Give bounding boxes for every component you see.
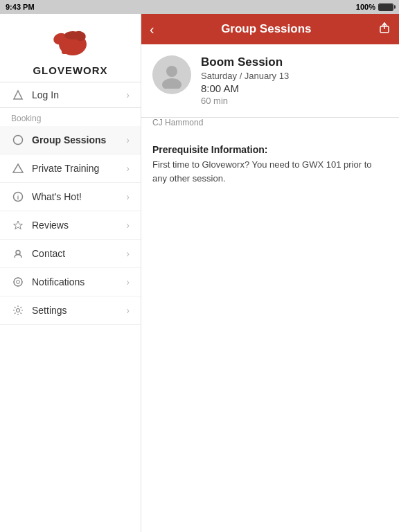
battery-icon (378, 3, 393, 11)
reviews-chevron: › (126, 220, 130, 231)
login-chevron: › (126, 89, 130, 100)
reviews-icon (11, 218, 25, 232)
svg-point-11 (16, 251, 20, 255)
session-avatar (152, 55, 191, 94)
sidebar-item-label-reviews: Reviews (32, 220, 126, 231)
group-sessions-icon (11, 133, 25, 147)
battery-fill (379, 4, 393, 10)
session-title: Boom Session (201, 55, 388, 69)
settings-icon (11, 303, 25, 317)
share-button[interactable] (373, 19, 391, 39)
sidebar-item-contact[interactable]: Contact › (0, 240, 141, 268)
group-sessions-chevron: › (126, 134, 130, 145)
login-item[interactable]: Log In › (0, 82, 141, 108)
login-label: Log In (32, 89, 126, 100)
private-training-chevron: › (126, 163, 130, 174)
nav-bar: ‹ Group Sessions (141, 14, 399, 44)
svg-point-21 (166, 66, 177, 77)
sidebar-item-label-private-training: Private Training (32, 163, 126, 174)
booking-section-label: Booking (0, 108, 141, 126)
sidebar-item-label-contact: Contact (32, 248, 126, 259)
sidebar-item-notifications[interactable]: Notifications › (0, 268, 141, 296)
contact-chevron: › (126, 248, 130, 259)
sidebar-item-label-settings: Settings (32, 305, 126, 316)
sidebar-item-private-training[interactable]: Private Training › (0, 154, 141, 183)
sidebar-item-settings[interactable]: Settings › (0, 296, 141, 325)
trainer-name: CJ Hammond (152, 118, 203, 127)
whats-hot-chevron: › (126, 191, 130, 202)
gloveworx-logo (46, 25, 95, 63)
prereq-text: First time to Gloveworx? You need to GWX… (152, 158, 388, 185)
svg-point-12 (14, 278, 22, 286)
svg-marker-10 (14, 221, 23, 229)
login-icon (11, 88, 25, 102)
status-time: 9:43 PM (6, 3, 47, 11)
whats-hot-icon: i (11, 190, 25, 204)
notifications-chevron: › (126, 276, 130, 287)
svg-marker-5 (14, 91, 22, 99)
session-card: Boom Session Saturday / January 13 8:00 … (141, 44, 399, 118)
main-panel: ‹ Group Sessions Boom Session Saturd (141, 14, 399, 532)
logo-text: GLOVEWORX (33, 64, 107, 76)
svg-point-6 (14, 136, 23, 145)
private-training-icon (11, 161, 25, 175)
contact-icon (11, 247, 25, 260)
session-info: Boom Session Saturday / January 13 8:00 … (201, 55, 388, 106)
session-trainer: CJ Hammond (141, 118, 399, 133)
svg-marker-7 (13, 164, 23, 172)
status-right: 100% (352, 3, 393, 11)
nav-title: Group Sessions (160, 22, 373, 36)
svg-point-13 (17, 281, 20, 284)
back-button[interactable]: ‹ (150, 19, 160, 40)
prereq-title: Prerequisite Information: (152, 144, 388, 155)
status-bar: 9:43 PM 100% (0, 0, 399, 14)
sidebar-item-label-notifications: Notifications (32, 276, 126, 287)
svg-point-22 (162, 78, 181, 89)
sidebar-item-label-whats-hot: What's Hot! (32, 191, 126, 202)
svg-rect-1 (62, 46, 71, 54)
notifications-icon (11, 275, 25, 289)
sidebar: GLOVEWORX Log In › Booking Group Session… (0, 14, 141, 532)
prerequisite-section: Prerequisite Information: First time to … (141, 133, 399, 196)
sidebar-item-label-group-sessions: Group Sessions (32, 134, 126, 145)
settings-chevron: › (126, 305, 130, 316)
session-date: Saturday / January 13 (201, 71, 388, 81)
svg-text:i: i (17, 194, 19, 201)
app-layout: GLOVEWORX Log In › Booking Group Session… (0, 14, 399, 532)
svg-point-4 (64, 31, 81, 39)
sidebar-item-whats-hot[interactable]: i What's Hot! › (0, 183, 141, 211)
sidebar-item-group-sessions[interactable]: Group Sessions › (0, 126, 141, 154)
sidebar-logo: GLOVEWORX (0, 14, 141, 82)
sidebar-item-reviews[interactable]: Reviews › (0, 211, 141, 240)
session-duration: 60 min (201, 96, 388, 106)
svg-point-18 (17, 309, 20, 312)
battery-text: 100% (356, 3, 375, 11)
session-time: 8:00 AM (201, 82, 388, 94)
